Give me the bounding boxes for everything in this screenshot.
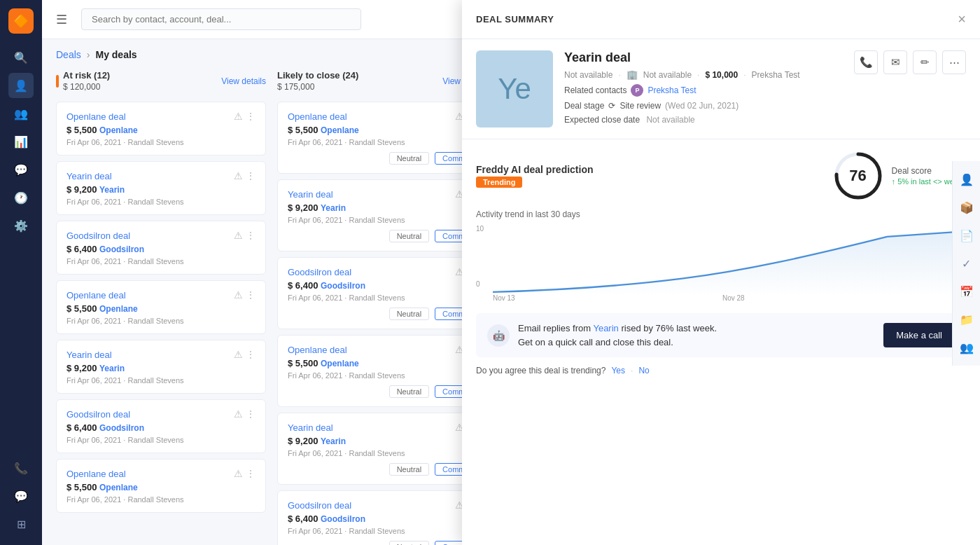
more-icon[interactable]: ⋮ — [246, 289, 255, 301]
table-row[interactable]: Openlane deal⚠⋮ $ 5,500 Openlane Fri Apr… — [277, 102, 487, 174]
card-company[interactable]: Goodsilron — [99, 244, 144, 254]
yes-button[interactable]: Yes — [611, 366, 625, 375]
contact-link[interactable]: Preksha Test — [648, 85, 696, 95]
logo[interactable]: 🔶 — [8, 8, 34, 34]
sidebar-icon-phone[interactable]: 📞 — [8, 455, 34, 481]
card-title[interactable]: Goodsilron deal — [66, 230, 130, 241]
stage-icon: ⟳ — [608, 101, 615, 111]
neutral-badge[interactable]: Neutral — [389, 152, 429, 165]
more-icon[interactable]: ⋮ — [246, 111, 255, 122]
more-icon[interactable]: ⋮ — [246, 468, 255, 479]
email-action-button[interactable]: ✉ — [883, 50, 907, 74]
side-icon-folder[interactable]: 📁 — [955, 308, 978, 331]
card-title[interactable]: Openlane deal — [288, 111, 347, 122]
card-company[interactable]: Openlane — [99, 304, 138, 314]
table-row[interactable]: Yearin deal⚠⋮ $ 9,200 Yearin Fri Apr 06,… — [56, 161, 266, 215]
phone-action-button[interactable]: 📞 — [854, 50, 878, 74]
sidebar-icon-messages[interactable]: 💬 — [8, 157, 34, 182]
card-meta: Fri Apr 06, 2021 · Randall Stevens — [66, 495, 255, 504]
card-title[interactable]: Openlane deal — [288, 345, 347, 355]
table-row[interactable]: Openlane deal⚠⋮ $ 5,500 Openlane Fri Apr… — [277, 335, 487, 407]
contact-badge: P — [631, 84, 643, 97]
agreement-row: Do you agree this deal is trending? Yes … — [476, 366, 966, 375]
card-price: $ 9,200 Yearin — [288, 202, 477, 213]
side-icon-box[interactable]: 📦 — [955, 196, 978, 219]
sidebar-icon-contacts[interactable]: 👥 — [8, 101, 34, 126]
table-row[interactable]: Goodsilron deal⚠⋮ $ 6,400 Goodsilron Fri… — [56, 399, 266, 453]
card-company[interactable]: Goodsilron — [99, 423, 144, 433]
table-row[interactable]: Yearin deal⚠⋮ $ 9,200 Yearin Fri Apr 06,… — [277, 413, 487, 485]
card-company[interactable]: Openlane — [321, 359, 359, 368]
warning-icon[interactable]: ⚠ — [234, 468, 243, 479]
warning-icon[interactable]: ⚠ — [234, 111, 243, 122]
card-title[interactable]: Openlane deal — [66, 111, 126, 122]
notif-highlight[interactable]: Yearin — [593, 323, 618, 333]
card-title[interactable]: Goodsilron deal — [66, 409, 130, 420]
card-company[interactable]: Yearin — [99, 185, 125, 195]
table-row[interactable]: Goodsilron deal⚠⋮ $ 6,400 Goodsilron Fri… — [277, 257, 487, 329]
table-row[interactable]: Goodsilron deal⚠⋮ $ 6,400 Goodsilron Fri… — [277, 490, 487, 545]
column-title-at-risk: At risk (12) — [63, 70, 110, 81]
sidebar-icon-chart[interactable]: 📊 — [8, 129, 34, 154]
view-details-at-risk[interactable]: View details — [221, 76, 266, 86]
side-icon-person[interactable]: 👤 — [955, 168, 978, 191]
breadcrumb-deals[interactable]: Deals — [56, 49, 81, 60]
warning-icon[interactable]: ⚠ — [234, 170, 243, 181]
table-row[interactable]: Goodsilron deal⚠⋮ $ 6,400 Goodsilron Fri… — [56, 221, 266, 275]
sidebar-icon-clock[interactable]: 🕐 — [8, 185, 34, 210]
card-title[interactable]: Yearin deal — [66, 171, 112, 181]
card-company[interactable]: Goodsilron — [321, 514, 365, 524]
card-title[interactable]: Openlane deal — [66, 290, 126, 301]
side-icon-check[interactable]: ✓ — [955, 252, 978, 275]
card-title[interactable]: Goodsilron deal — [288, 500, 351, 511]
neutral-badge[interactable]: Neutral — [389, 463, 429, 476]
card-company[interactable]: Openlane — [99, 483, 138, 492]
close-button[interactable]: × — [958, 11, 966, 27]
more-action-button[interactable]: ⋯ — [942, 50, 966, 74]
warning-icon[interactable]: ⚠ — [234, 349, 243, 360]
search-input[interactable] — [81, 8, 361, 30]
warning-icon[interactable]: ⚠ — [234, 408, 243, 420]
more-icon[interactable]: ⋮ — [246, 170, 255, 181]
card-title[interactable]: Openlane deal — [66, 469, 126, 479]
more-icon[interactable]: ⋮ — [246, 349, 255, 360]
warning-icon[interactable]: ⚠ — [234, 230, 243, 241]
neutral-badge[interactable]: Neutral — [389, 541, 429, 545]
card-company[interactable]: Openlane — [99, 125, 138, 135]
side-icon-document[interactable]: 📄 — [955, 224, 978, 247]
card-company[interactable]: Yearin — [321, 436, 346, 446]
sidebar-icon-chat[interactable]: 💬 — [8, 483, 34, 509]
edit-action-button[interactable]: ✏ — [913, 50, 937, 74]
table-row[interactable]: Yearin deal⚠⋮ $ 9,200 Yearin Fri Apr 06,… — [277, 179, 487, 251]
side-icon-users[interactable]: 👥 — [955, 336, 978, 359]
freddy-title: Freddy AI deal prediction — [476, 164, 594, 175]
sidebar-icon-settings[interactable]: ⚙️ — [8, 213, 34, 238]
card-company[interactable]: Goodsilron — [321, 281, 365, 291]
sidebar-icon-search[interactable]: 🔍 — [8, 45, 34, 70]
more-icon[interactable]: ⋮ — [246, 408, 255, 420]
card-company[interactable]: Openlane — [321, 125, 359, 135]
table-row[interactable]: Yearin deal⚠⋮ $ 9,200 Yearin Fri Apr 06,… — [56, 340, 266, 394]
card-title[interactable]: Goodsilron deal — [288, 267, 351, 277]
side-icon-calendar[interactable]: 📅 — [955, 280, 978, 303]
neutral-badge[interactable]: Neutral — [389, 308, 429, 320]
table-row[interactable]: Openlane deal⚠⋮ $ 5,500 Openlane Fri Apr… — [56, 280, 266, 334]
no-button[interactable]: No — [638, 366, 649, 375]
warning-icon[interactable]: ⚠ — [234, 289, 243, 301]
more-icon[interactable]: ⋮ — [246, 230, 255, 241]
sidebar-icon-grid[interactable]: ⊞ — [8, 511, 34, 537]
card-title[interactable]: Yearin deal — [66, 350, 112, 360]
make-call-button[interactable]: Make a call — [883, 323, 955, 347]
table-row[interactable]: Openlane deal⚠⋮ $ 5,500 Openlane Fri Apr… — [56, 459, 266, 513]
card-title[interactable]: Yearin deal — [288, 189, 333, 200]
neutral-badge[interactable]: Neutral — [389, 230, 429, 242]
menu-icon[interactable]: ☰ — [56, 12, 67, 27]
neutral-badge[interactable]: Neutral — [389, 385, 429, 398]
table-row[interactable]: Openlane deal⚠⋮ $ 5,500 Openlane Fri Apr… — [56, 102, 266, 156]
stage-label: Deal stage — [564, 101, 604, 111]
card-company[interactable]: Yearin — [321, 203, 346, 213]
score-circle-container: 76 — [833, 151, 883, 201]
card-title[interactable]: Yearin deal — [288, 422, 333, 433]
card-company[interactable]: Yearin — [99, 364, 125, 373]
sidebar-icon-person[interactable]: 👤 — [8, 73, 34, 98]
